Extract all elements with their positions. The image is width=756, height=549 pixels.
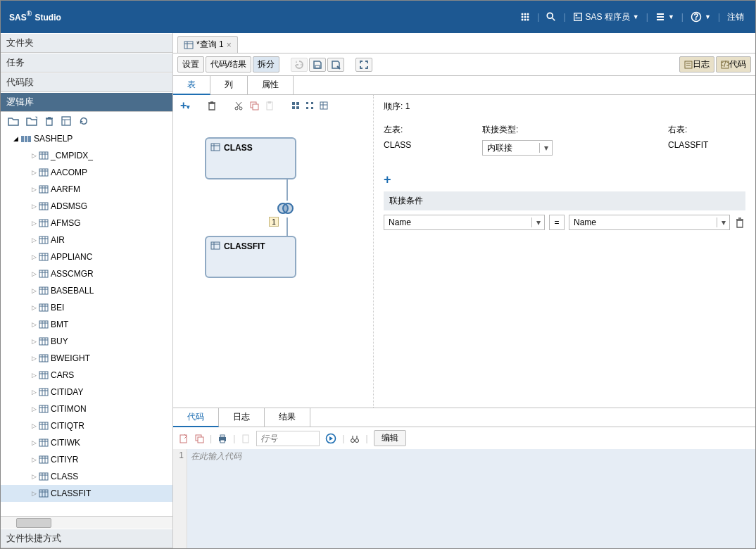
cond-left-select[interactable]: Name▾ <box>384 215 545 230</box>
tree-item[interactable]: ▷CITIDAY <box>1 384 172 400</box>
tree-item[interactable]: ▷CLASS <box>1 468 172 485</box>
split-button[interactable]: 拆分 <box>253 56 279 72</box>
join-canvas[interactable]: CLASS 1 CLASSFIT <box>173 116 373 408</box>
tree-item[interactable]: ▷CLASSFIT <box>1 485 172 502</box>
nav-folders[interactable]: 文件夹 <box>1 33 172 53</box>
node-classfit[interactable]: CLASSFIT <box>205 236 296 278</box>
cut-icon[interactable] <box>234 101 244 111</box>
add-icon[interactable]: +▾ <box>180 99 190 112</box>
node-class[interactable]: CLASS <box>205 137 296 179</box>
layout3-icon[interactable] <box>320 101 328 110</box>
tab-query1[interactable]: *查询 1 × <box>177 36 238 53</box>
code-placeholder: 在此输入代码 <box>187 449 755 548</box>
fullscreen-icon[interactable] <box>355 58 372 72</box>
save-icon[interactable] <box>309 58 326 72</box>
tree-item[interactable]: ▷APPLIANC <box>1 248 172 265</box>
chevron-down-icon[interactable]: ▾ <box>539 143 552 153</box>
delete-icon[interactable] <box>44 116 54 126</box>
svg-point-119 <box>235 107 238 110</box>
subtab-columns[interactable]: 列 <box>210 76 248 94</box>
code-toolbar: | | | | 编辑 <box>173 427 755 449</box>
settings-button[interactable]: 设置 <box>177 56 204 72</box>
codetab-code[interactable]: 代码 <box>173 408 219 427</box>
new-lib-icon[interactable]: ★ <box>26 116 37 126</box>
coderesult-button[interactable]: 代码/结果 <box>206 56 251 72</box>
help-icon[interactable]: ? ▼ <box>688 10 714 24</box>
open-icon[interactable] <box>8 116 19 126</box>
subtab-tables[interactable]: 表 <box>173 76 210 95</box>
tree-item[interactable]: ▷CITIWK <box>1 434 172 451</box>
properties-icon[interactable] <box>61 116 71 126</box>
paste-code-icon[interactable] <box>241 434 251 443</box>
svg-rect-86 <box>39 405 48 412</box>
tree-item[interactable]: ▷BWEIGHT <box>1 350 172 367</box>
code-subtabs: 代码 日志 结果 <box>173 408 755 427</box>
cond-operator[interactable]: = <box>549 215 565 230</box>
add-condition-button[interactable]: + <box>384 170 391 191</box>
tree-item[interactable]: ▷ASSCMGR <box>1 265 172 282</box>
join-badge[interactable]: 1 <box>269 217 279 227</box>
tree-item[interactable]: ▷AIR <box>1 232 172 248</box>
print-icon[interactable] <box>218 434 227 443</box>
chevron-down-icon[interactable]: ▾ <box>531 217 544 227</box>
nav-libraries[interactable]: 逻辑库 <box>1 92 172 112</box>
layout1-icon[interactable] <box>291 101 300 110</box>
code-button[interactable]: </>代码 <box>716 56 751 72</box>
log-button[interactable]: 日志 <box>679 56 714 72</box>
conditions-header: 联接条件 <box>384 191 745 210</box>
export-icon[interactable] <box>179 434 189 443</box>
svg-rect-136 <box>211 144 220 151</box>
join-venn-icon[interactable] <box>277 202 296 216</box>
tree-item[interactable]: ▷CITIYR <box>1 451 172 468</box>
apps-icon[interactable] <box>517 11 533 23</box>
tree-item[interactable]: ▷BASEBALL <box>1 282 172 299</box>
tree-item[interactable]: ▷BMT <box>1 316 172 333</box>
tree-item-label: CITIQTR <box>51 421 84 431</box>
svg-rect-12 <box>575 15 577 17</box>
user-menu[interactable]: SAS 程序员 ▼ <box>570 10 642 25</box>
copy-code-icon[interactable] <box>194 434 204 443</box>
tree-item[interactable]: ▷AARFM <box>1 181 172 198</box>
tree-item[interactable]: ▷CITIMON <box>1 400 172 417</box>
codetab-log[interactable]: 日志 <box>219 408 265 427</box>
svg-rect-142 <box>180 435 187 443</box>
paste-icon[interactable] <box>265 101 275 111</box>
tree-item-label: _CMPIDX_ <box>51 151 93 160</box>
join-type-select[interactable]: 内联接▾ <box>482 140 553 156</box>
more-menu-icon[interactable]: ▼ <box>653 11 677 23</box>
chevron-down-icon[interactable]: ▾ <box>717 217 729 227</box>
signout-button[interactable]: 注销 <box>724 10 747 25</box>
cond-right-select[interactable]: Name▾ <box>569 215 730 230</box>
delete-table-icon[interactable] <box>207 101 217 111</box>
tree-item[interactable]: ▷AFMSG <box>1 215 172 232</box>
saveas-icon[interactable] <box>327 58 344 72</box>
search-icon[interactable] <box>543 11 559 23</box>
node-class-label: CLASS <box>224 143 253 153</box>
subtab-props[interactable]: 属性 <box>248 76 294 94</box>
scrollbar-horizontal[interactable] <box>1 516 172 529</box>
tab-close-icon[interactable]: × <box>227 40 232 50</box>
tree-item[interactable]: ▷CARS <box>1 367 172 384</box>
tree-item[interactable]: ▷ADSMSG <box>1 198 172 215</box>
library-tree[interactable]: ◢ SASHELP ▷_CMPIDX_▷AACOMP▷AARFM▷ADSMSG▷… <box>1 130 172 516</box>
nav-snippets[interactable]: 代码段 <box>1 72 172 92</box>
delete-condition-icon[interactable] <box>734 217 745 228</box>
find-icon[interactable] <box>350 434 360 443</box>
tree-item[interactable]: ▷BEI <box>1 299 172 316</box>
refresh-icon[interactable] <box>78 116 89 126</box>
nav-tasks[interactable]: 任务 <box>1 53 172 72</box>
go-icon[interactable] <box>325 433 336 444</box>
nav-shortcuts[interactable]: 文件快捷方式 <box>1 529 172 548</box>
svg-rect-147 <box>220 440 225 443</box>
codetab-result[interactable]: 结果 <box>265 408 310 427</box>
tree-item[interactable]: ▷AACOMP <box>1 164 172 181</box>
tree-item[interactable]: ▷BUY <box>1 333 172 350</box>
tree-parent-sashelp[interactable]: ◢ SASHELP <box>1 130 172 147</box>
tree-item[interactable]: ▷_CMPIDX_ <box>1 147 172 164</box>
copy-icon[interactable] <box>249 101 259 111</box>
layout2-icon[interactable] <box>305 101 314 110</box>
code-editor[interactable]: 1 在此输入代码 <box>173 449 755 548</box>
line-number-input[interactable] <box>256 431 320 446</box>
tree-item[interactable]: ▷CITIQTR <box>1 417 172 434</box>
edit-button[interactable]: 编辑 <box>374 430 406 446</box>
